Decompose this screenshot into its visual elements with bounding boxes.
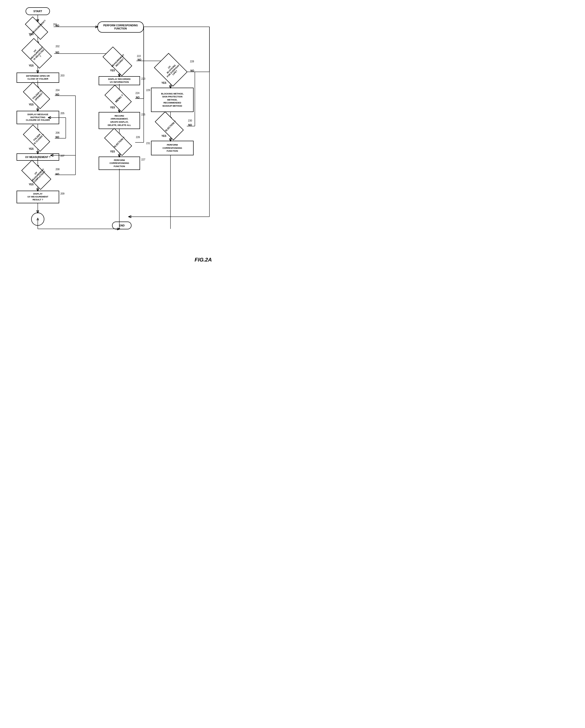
node-208-container: UV MEASUREMENT COMPLETION? [21,166,55,184]
start-node: START [26,7,50,15]
ref-222: 222 [137,55,141,57]
node-201-label: UV MEASUREMENT? [24,14,52,42]
ref-227: 227 [141,158,145,161]
ref-228: 228 [190,60,194,63]
node-202-container: UV MEASUREMENT IS SELECTED ? [21,43,54,64]
label-202-yes: YES [29,64,34,67]
label-228-no: NO [190,70,194,72]
label-228-yes: YES [161,82,166,84]
end-node: END [112,222,131,229]
node-231: PERFORM CORRESPONDING FUNCTION [151,141,194,155]
label-206-yes: YES [29,148,34,150]
node-224-label: MENU ? [103,82,136,115]
ref-203: 203 [60,74,65,77]
node-201-container: UV MEASUREMENT? [24,21,51,35]
node-207: UV MEASUREMENT ? [17,153,59,161]
flowchart-diagram: START UV MEASUREMENT? 201 PERFORM CORRES… [0,0,219,268]
perform-func-top: PERFORM CORRESPONDING FUNCTION [97,21,144,33]
node-230-label: SLECTION ? [153,109,188,144]
node-209-label: DISPLAY UV MEASUREMENT RESULT ? [27,192,48,201]
node-223: DISPLAY RECORDED UV INFORMATION [99,76,140,85]
node-A-label: A [36,217,39,221]
ref-209: 209 [60,192,65,195]
node-222-label: MEASUREMENT RECORD? [101,44,137,80]
node-226-container: SLECTION ? [103,134,135,151]
ref-202: 202 [55,45,60,48]
label-201-yes: YES [29,33,34,35]
label-230-no: NO [188,124,192,126]
node-229-label: BLOCKING METHOD, SKIN PROTECTION METHOD,… [161,92,184,108]
figure-label: FIG.2A [195,257,212,263]
node-207-label: UV MEASUREMENT ? [25,156,51,159]
label-204-no: NO [55,93,59,96]
ref-207: 207 [60,155,65,157]
node-205: DISPLAY MESSAGE INSTRUCTING CLOSURE OF F… [17,111,59,124]
node-206-container: FOLDER IS CLOSED ? [22,130,54,147]
label-206-no: NO [55,136,59,138]
node-209: DISPLAY UV MEASUREMENT RESULT ? [17,191,59,203]
node-227-label: PERFORM CORRESPONDING FUNCTION [109,159,129,168]
label-222-yes: YES [110,69,115,72]
label-224-yes: YES [110,106,115,109]
ref-229: 229 [146,89,150,92]
node-226-label: SLECTION ? [102,125,136,159]
node-223-label: DISPLAY RECORDED UV INFORMATION [108,78,130,83]
label-226-yes: YES [110,150,115,153]
node-205-label: DISPLAY MESSAGE INSTRUCTING CLOSURE OF F… [26,113,50,122]
ref-224: 224 [135,92,139,95]
ref-226: 226 [136,136,140,138]
node-230-container: SLECTION ? [154,118,187,135]
node-208-label: UV MEASUREMENT COMPLETION? [20,157,56,193]
node-203: DETERMINE OPEN OR CLOSE OF FOLDER [17,73,59,83]
label-224-no: NO [136,96,139,99]
ref-225: 225 [141,113,145,116]
node-202-label: UV MEASUREMENT IS SELECTED ? [19,35,57,73]
ref-230: 230 [188,119,192,122]
ref-231: 231 [146,142,150,145]
node-204-container: FOLDER IS OPENED? [22,87,54,104]
node-206-label: FOLDER IS CLOSED ? [21,121,55,155]
label-204-yes: YES [29,103,34,106]
node-228-label: UV BLOCKING FOR EVERYDAY LIFE? [152,50,193,90]
node-225: RECORD ARRANGEMENT, GRAPH DISPLAY, DELET… [99,112,140,129]
node-203-label: DETERMINE OPEN OR CLOSE OF FOLDER [26,75,50,80]
node-225-label: RECORD ARRANGEMENT, GRAPH DISPLAY, DELET… [108,114,131,127]
node-229: BLOCKING METHOD, SKIN PROTECTION METHOD,… [151,88,194,112]
label-208-yes: YES [29,183,34,186]
node-224-container: MENU ? [104,90,134,107]
ref-204: 204 [55,89,60,92]
label-202-no: NO [55,51,59,54]
perform-func-top-label: PERFORM CORRESPONDING FUNCTION [103,24,138,30]
label-230-yes: YES [161,135,166,137]
label-201-no: NO [55,24,59,27]
end-label: END [119,224,124,227]
ref-205: 205 [60,112,65,115]
ref-208: 208 [55,168,60,171]
ref-223: 223 [141,77,145,80]
ref-206: 206 [55,131,60,134]
node-227: PERFORM CORRESPONDING FUNCTION [99,157,140,170]
start-label: START [33,9,42,13]
label-208-no: NO [55,173,59,176]
node-222-container: MEASUREMENT RECORD? [102,53,136,70]
node-A: A [31,212,44,226]
node-231-label: PERFORM CORRESPONDING FUNCTION [162,144,182,153]
label-222-no: NO [137,58,141,61]
node-204-label: FOLDER IS OPENED? [21,79,55,113]
node-228-container: UV BLOCKING FOR EVERYDAY LIFE? [155,58,189,82]
